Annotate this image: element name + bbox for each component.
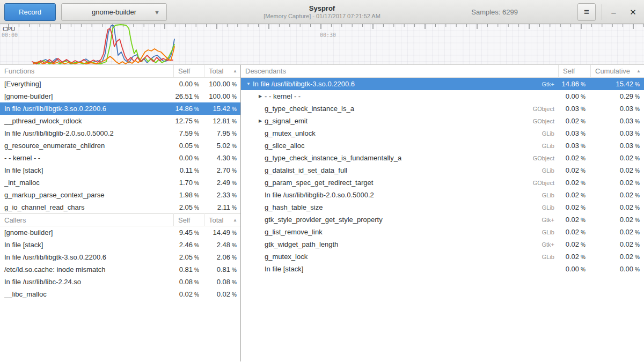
library-badge: GLib (542, 167, 558, 174)
percent-sign: % (581, 119, 586, 124)
descendants-table-row[interactable]: g_mutex_lockGLib0.02%0.02% (241, 250, 644, 263)
descendant-name: In file [stack] (265, 265, 303, 273)
descendant-name: g_hash_table_size (265, 203, 323, 211)
descendants-table-row[interactable]: g_list_remove_linkGLib0.02%0.02% (241, 226, 644, 238)
descendants-table-row[interactable]: g_mutex_unlockGLib0.03%0.03% (241, 127, 644, 139)
percent-sign: % (581, 205, 586, 211)
close-button[interactable]: ✕ (624, 3, 642, 21)
function-name: __libc_malloc (0, 290, 173, 298)
expander-closed-icon[interactable]: ▶ (256, 94, 265, 99)
function-name: - - kernel - - (0, 154, 173, 162)
callers-table-row[interactable]: /etc/ld.so.cache: inode mismatch0.81%0.8… (0, 263, 240, 276)
descendants-table-row[interactable]: ▶- - kernel - -0.00%0.29% (241, 90, 644, 102)
total-percentage: 7.95% (204, 129, 240, 137)
callers-self-column-header[interactable]: Self (173, 213, 204, 226)
callers-table-row[interactable]: In file [stack]2.46%2.48% (0, 239, 240, 251)
callers-total-column-header[interactable]: Total ▲ (204, 213, 240, 226)
descendants-table-row[interactable]: g_param_spec_get_redirect_targetGObject0… (241, 176, 644, 189)
cumulative-percentage: 0.02% (590, 240, 644, 248)
self-percentage: 14.86% (173, 105, 204, 113)
callers-table-row[interactable]: In file /usr/lib/libc-2.24.so0.08%0.08% (0, 276, 240, 288)
self-percentage: 7.59% (173, 129, 204, 137)
cpu-usage-graph[interactable]: CPU 00:00 00:30 (0, 24, 644, 65)
descendants-table-row[interactable]: In file [stack]0.00%0.00% (241, 263, 644, 275)
functions-table-row[interactable]: In file [stack]0.11%2.70% (0, 164, 240, 176)
capture-subtitle: [Memory Capture] - 01/17/2017 07:21:52 A… (264, 13, 380, 20)
functions-table-header: Functions Self Total ▲ (0, 65, 240, 78)
descendant-name-cell: In file /usr/lib/libglib-2.0.so.0.5000.2… (241, 191, 558, 199)
percent-sign: % (232, 193, 237, 198)
samples-count: Samples: 6299 (471, 0, 518, 24)
descendants-table-row[interactable]: ▼In file /usr/lib/libgtk-3.so.0.2200.6Gt… (241, 78, 644, 90)
descendant-name: - - kernel - - (265, 92, 301, 100)
functions-column-header[interactable]: Functions (0, 67, 173, 75)
self-percentage: 0.03% (558, 129, 590, 137)
total-percentage: 4.30% (204, 154, 240, 162)
descendants-table-row[interactable]: gtk_style_provider_get_style_propertyGtk… (241, 213, 644, 226)
functions-table-row[interactable]: - - kernel - -0.00%4.30% (0, 152, 240, 164)
percent-sign: % (232, 279, 237, 285)
functions-table-row[interactable]: g_io_channel_read_chars2.05%2.11% (0, 201, 240, 213)
descendants-cumulative-column-header[interactable]: Cumulative ▲ (590, 65, 644, 78)
descendants-table-row[interactable]: g_hash_table_sizeGLib0.02%0.02% (241, 201, 644, 213)
descendant-name: g_list_remove_link (265, 228, 323, 236)
expander-open-icon[interactable]: ▼ (244, 82, 253, 86)
functions-table: [Everything]0.00%100.00%[gnome-builder]2… (0, 78, 240, 213)
descendant-name-cell: g_param_spec_get_redirect_targetGObject (241, 179, 558, 187)
cpu-graph-canvas (0, 24, 644, 65)
descendants-table-row[interactable]: g_datalist_id_set_data_fullGLib0.02%0.02… (241, 164, 644, 176)
callers-column-header[interactable]: Callers (0, 216, 173, 224)
descendants-table-row[interactable]: In file /usr/lib/libglib-2.0.so.0.5000.2… (241, 189, 644, 201)
library-badge: GObject (533, 118, 558, 124)
cpu-graph-label: CPU (3, 26, 15, 32)
descendants-table-row[interactable]: ▶g_signal_emitGObject0.02%0.03% (241, 115, 644, 127)
descendants-table-row[interactable]: gtk_widget_path_lengthGtk+0.02%0.02% (241, 238, 644, 250)
descendants-self-column-header[interactable]: Self (558, 65, 590, 78)
cumulative-percentage: 0.02% (590, 228, 644, 236)
descendant-name-cell: ▼In file /usr/lib/libgtk-3.so.0.2200.6Gt… (241, 80, 558, 88)
descendants-table-row[interactable]: g_type_check_instance_is_fundamentally_a… (241, 152, 644, 164)
percent-sign: % (194, 82, 199, 87)
descendants-table-row[interactable]: g_slice_allocGLib0.03%0.03% (241, 139, 644, 152)
percent-sign: % (194, 193, 199, 198)
menu-button[interactable]: ≡ (577, 3, 596, 21)
descendant-name-cell: g_mutex_lockGLib (241, 253, 558, 261)
descendant-name: g_mutex_unlock (265, 129, 316, 137)
self-percentage: 0.03% (558, 105, 590, 113)
total-percentage: 2.48% (204, 241, 240, 249)
descendant-name-cell: gtk_style_provider_get_style_propertyGtk… (241, 216, 558, 224)
percent-sign: % (194, 292, 199, 298)
functions-table-row[interactable]: _int_malloc1.70%2.49% (0, 176, 240, 189)
descendant-name: In file /usr/lib/libglib-2.0.so.0.5000.2 (265, 191, 374, 199)
minimize-button[interactable]: – (605, 3, 623, 21)
functions-table-row[interactable]: __pthread_rwlock_rdlock12.75%12.81% (0, 115, 240, 127)
percent-sign: % (194, 143, 199, 149)
self-percentage: 12.75% (173, 117, 204, 125)
process-selector-dropdown[interactable]: gnome-builder ▼ (61, 3, 167, 21)
functions-total-column-header[interactable]: Total ▲ (204, 65, 240, 78)
library-badge: GLib (542, 229, 558, 235)
self-percentage: 2.05% (173, 253, 204, 261)
percent-sign: % (581, 94, 586, 100)
library-badge: GObject (533, 180, 558, 186)
descendants-column-header[interactable]: Descendants (241, 67, 558, 75)
descendants-table-row[interactable]: g_type_check_instance_is_aGObject0.03%0.… (241, 102, 644, 115)
callers-table-row[interactable]: __libc_malloc0.02%0.02% (0, 288, 240, 300)
callers-table-row[interactable]: [gnome-builder]9.45%14.49% (0, 226, 240, 239)
functions-table-row[interactable]: [Everything]0.00%100.00% (0, 78, 240, 90)
percent-sign: % (635, 82, 640, 87)
functions-self-column-header[interactable]: Self (173, 65, 204, 78)
percent-sign: % (581, 168, 586, 174)
percent-sign: % (194, 119, 199, 124)
percent-sign: % (635, 267, 640, 272)
record-button[interactable]: Record (4, 3, 56, 21)
functions-table-row[interactable]: g_markup_parse_context_parse1.98%2.33% (0, 189, 240, 201)
callers-table-row[interactable]: In file /usr/lib/libgtk-3.so.0.2200.62.0… (0, 251, 240, 263)
expander-closed-icon[interactable]: ▶ (256, 119, 265, 123)
functions-table-row[interactable]: In file /usr/lib/libglib-2.0.so.0.5000.2… (0, 127, 240, 139)
function-name: In file /usr/lib/libgtk-3.so.0.2200.6 (0, 253, 173, 261)
cumulative-percentage: 15.42% (590, 80, 644, 88)
functions-table-row[interactable]: In file /usr/lib/libgtk-3.so.0.2200.614.… (0, 102, 240, 115)
functions-table-row[interactable]: g_resource_enumerate_children0.05%5.02% (0, 139, 240, 152)
functions-table-row[interactable]: [gnome-builder]26.51%100.00% (0, 90, 240, 102)
